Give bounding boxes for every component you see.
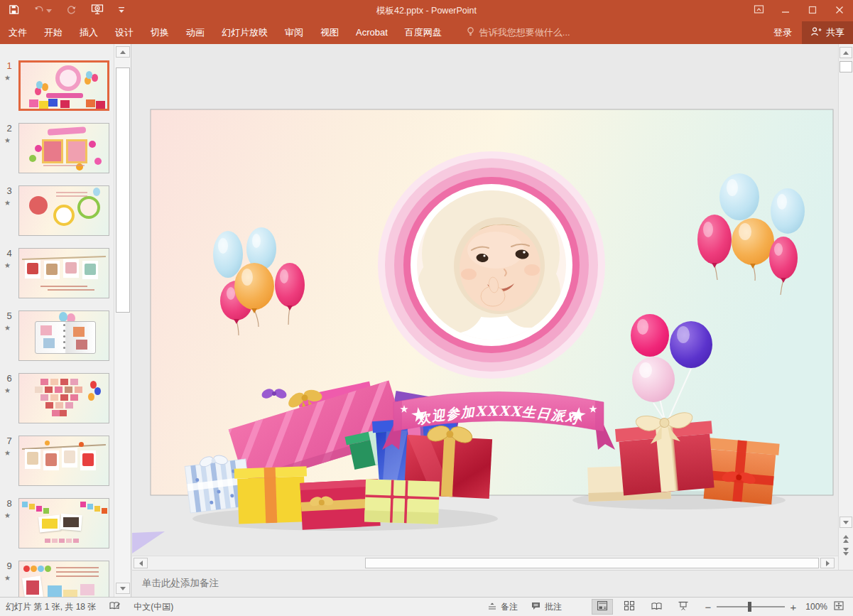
tab-design[interactable]: 设计 [107, 21, 142, 44]
window-controls [745, 0, 853, 21]
share-button[interactable]: 共享 [802, 21, 853, 44]
zoom-out-button[interactable]: − [704, 601, 712, 613]
tab-baidu-netdisk[interactable]: 百度网盘 [396, 21, 450, 44]
thumbnail-art [27, 452, 38, 465]
tab-review[interactable]: 审阅 [276, 21, 312, 44]
slide-canvas-svg: 欢迎参加XXXX生日派对 [132, 44, 838, 556]
slide-thumbnail-4[interactable] [18, 248, 109, 298]
scroll-left-button[interactable] [134, 558, 148, 568]
thumbnail-art [86, 71, 92, 79]
slide-thumbnail-9[interactable] [18, 561, 109, 597]
double-chevron-up-icon [843, 535, 849, 539]
slide-thumbnail-2[interactable] [18, 123, 109, 173]
close-icon [835, 4, 844, 17]
tab-view[interactable]: 视图 [312, 21, 347, 44]
slideshow-view-button[interactable] [673, 599, 694, 615]
scroll-right-button[interactable] [820, 558, 835, 568]
double-chevron-down-icon [843, 552, 849, 556]
window-title: 模板42.pptx - PowerPoint [0, 0, 853, 21]
slide-number: 7 [3, 436, 16, 446]
status-right-group: 备注 批注 − + 100% [487, 598, 844, 616]
previous-slide-button[interactable] [840, 533, 852, 544]
tab-home[interactable]: 开始 [36, 21, 71, 44]
double-chevron-up-icon [843, 539, 849, 543]
slide-number: 1 [3, 60, 16, 71]
panel-scrollbar-thumb[interactable] [116, 67, 130, 313]
status-left-group: 幻灯片 第 1 张, 共 18 张 中文(中国) [6, 598, 173, 616]
scroll-down-button[interactable] [840, 517, 852, 528]
arrow-down-icon [843, 521, 849, 524]
language-button[interactable]: 中文(中国) [134, 601, 173, 613]
animation-star-icon: ★ [4, 324, 11, 332]
close-button[interactable] [826, 0, 853, 21]
thumbnail-art [45, 441, 50, 445]
panel-scroll-down-button[interactable] [116, 583, 130, 594]
slide-editor-area[interactable]: 欢迎参加XXXX生日派对 [132, 44, 838, 570]
slide-thumbnail-1[interactable] [18, 60, 109, 111]
panel-scroll-up-button[interactable] [116, 46, 130, 58]
notes-pane[interactable]: 单击此处添加备注 [132, 570, 853, 597]
spellcheck-button[interactable] [109, 600, 121, 613]
slide-number: 5 [3, 310, 16, 321]
thumbnail-row-5: 5 ★ [0, 310, 114, 373]
normal-view-button[interactable] [592, 599, 613, 615]
slide-thumbnail-7[interactable] [18, 436, 109, 486]
zoom-level[interactable]: 100% [800, 602, 827, 612]
slide-number: 9 [3, 561, 16, 571]
tab-insert[interactable]: 插入 [71, 21, 107, 44]
animation-star-icon: ★ [4, 199, 11, 207]
comments-toggle-button[interactable]: 批注 [531, 601, 562, 613]
ribbon-display-options-button[interactable] [745, 0, 772, 21]
tab-animations[interactable]: 动画 [178, 21, 213, 44]
zoom-in-button[interactable]: + [789, 601, 798, 613]
slide-counter[interactable]: 幻灯片 第 1 张, 共 18 张 [6, 601, 96, 613]
slide-sorter-view-button[interactable] [619, 599, 640, 615]
zoom-slider-handle[interactable] [748, 602, 751, 612]
sign-in-button[interactable]: 登录 [773, 26, 792, 39]
normal-view-icon [597, 600, 608, 613]
notes-icon [487, 601, 497, 612]
thumbnail-art [22, 502, 28, 507]
ribbon-tab-bar: 文件 开始 插入 设计 切换 动画 幻灯片放映 审阅 视图 Acrobat 百度… [0, 21, 853, 44]
fit-to-window-button[interactable] [833, 600, 844, 613]
horizontal-scrollbar[interactable] [132, 556, 838, 570]
tab-transitions[interactable]: 切换 [142, 21, 178, 44]
tell-me-box[interactable]: 告诉我您想要做什么... [466, 26, 570, 39]
thumbnail-art [55, 65, 81, 91]
slide-thumbnail-5[interactable] [18, 310, 109, 361]
thumbnail-art [90, 381, 97, 389]
tab-slideshow[interactable]: 幻灯片放映 [213, 21, 276, 44]
thumbnail-art [59, 312, 67, 322]
slide-thumbnail-3[interactable] [18, 185, 109, 236]
thumbnail-art [45, 539, 50, 543]
tab-acrobat[interactable]: Acrobat [347, 21, 396, 44]
thumbnail-art [36, 81, 43, 89]
thumbnail-art [60, 514, 82, 531]
notes-toggle-button[interactable]: 备注 [487, 601, 518, 613]
animation-star-icon: ★ [4, 512, 11, 519]
thumbnail-art [43, 165, 85, 166]
vertical-scrollbar[interactable] [838, 44, 853, 570]
next-slide-button[interactable] [840, 546, 852, 557]
slide-thumbnail-6[interactable] [18, 373, 109, 423]
tab-file[interactable]: 文件 [0, 21, 36, 44]
horizontal-scrollbar-thumb[interactable] [365, 558, 819, 568]
zoom-slider[interactable] [717, 606, 785, 607]
maximize-icon [808, 4, 817, 17]
arrow-down-icon [120, 587, 126, 590]
slide-thumbnail-8[interactable] [18, 498, 109, 549]
panel-scrollbar[interactable] [114, 44, 131, 597]
ribbon-right-group: 登录 共享 [773, 21, 853, 44]
notes-placeholder: 单击此处添加备注 [142, 578, 219, 588]
slide-number: 6 [3, 373, 16, 384]
off-slide-triangle-shape[interactable] [132, 531, 165, 553]
thumbnail-art [56, 567, 99, 568]
animation-star-icon: ★ [4, 261, 11, 269]
maximize-button[interactable] [799, 0, 826, 21]
thumbnail-row-8: 8 ★ [0, 498, 114, 561]
minimize-button[interactable] [772, 0, 799, 21]
reading-view-button[interactable] [646, 599, 667, 615]
scroll-up-button[interactable] [840, 47, 852, 58]
vertical-scrollbar-thumb[interactable] [840, 61, 852, 72]
thumbnail-art [29, 196, 48, 215]
